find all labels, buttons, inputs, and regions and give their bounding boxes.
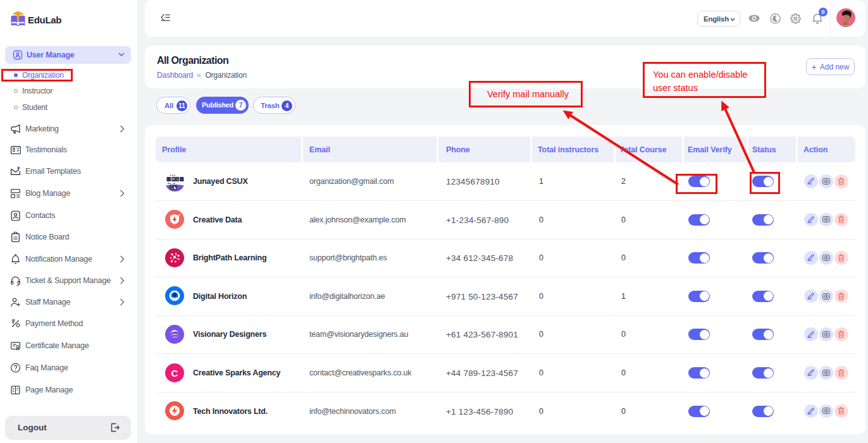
svg-text:C: C bbox=[171, 367, 178, 378]
